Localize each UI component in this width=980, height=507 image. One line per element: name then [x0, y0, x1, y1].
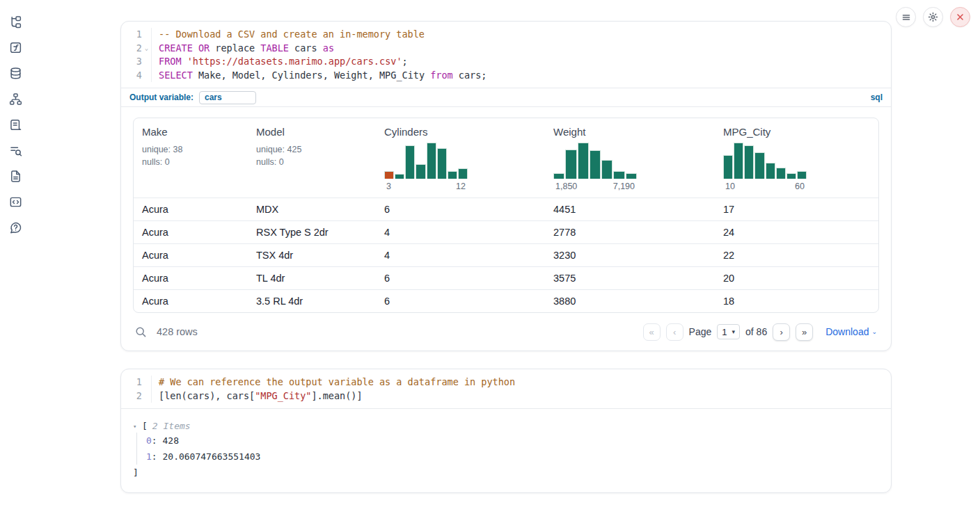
- table-cell: MDX: [248, 204, 376, 215]
- fold-chevron-icon: [142, 28, 151, 42]
- notebook-menu-button[interactable]: [896, 7, 916, 27]
- page-label: Page: [689, 326, 712, 337]
- scratchpad-icon[interactable]: [9, 118, 22, 131]
- line-number: 3: [127, 55, 142, 69]
- tree-close-bracket: ]: [133, 466, 880, 480]
- hist-bar: [766, 163, 775, 179]
- output-variable-bar: Output variable: sql: [121, 88, 891, 106]
- hist-bar: [578, 143, 589, 179]
- tree-entry-value: 428: [162, 435, 178, 446]
- column-header-model[interactable]: Model unique: 425 nulls: 0: [248, 118, 376, 198]
- table-cell: 4451: [545, 204, 715, 215]
- column-header-cylinders[interactable]: Cylinders 3 12: [376, 118, 545, 198]
- table-row: AcuraMDX6445117: [134, 198, 878, 220]
- shutdown-button[interactable]: [950, 7, 970, 27]
- search-icon[interactable]: [135, 326, 147, 338]
- mpg-max-label: 60: [795, 182, 805, 191]
- documentation-icon[interactable]: [9, 170, 22, 183]
- hist-bar: [458, 168, 468, 179]
- language-badge: sql: [871, 92, 883, 102]
- download-label: Download: [825, 326, 869, 337]
- sql-code-editor[interactable]: 1-- Download a CSV and create an in-memo…: [121, 22, 891, 88]
- next-page-button[interactable]: ›: [773, 323, 790, 341]
- cylinders-max-label: 12: [456, 182, 466, 191]
- table-cell: 3230: [545, 250, 715, 261]
- close-icon: [956, 13, 965, 22]
- sql-cell: 1-- Download a CSV and create an in-memo…: [120, 21, 892, 351]
- table-cell: Acura: [134, 296, 248, 307]
- table-footer: 428 rows « ‹ Page 1 ▾ of 86 › » Download…: [133, 322, 879, 341]
- table-cell: 3.5 RL 4dr: [248, 296, 376, 307]
- sql-cell-output: Make unique: 38 nulls: 0 Model unique: 4…: [121, 106, 891, 351]
- line-number: 1: [127, 376, 142, 389]
- fold-chevron-icon: [142, 376, 151, 389]
- fold-chevron-icon: [142, 55, 151, 69]
- weight-histogram: [553, 143, 637, 179]
- download-button[interactable]: Download ⌄: [825, 326, 877, 337]
- hamburger-icon: [901, 13, 911, 22]
- hist-bar: [395, 174, 404, 179]
- fold-chevron-icon: [142, 69, 151, 83]
- datasources-icon[interactable]: [9, 67, 22, 80]
- tree-entry-key: 0: [146, 435, 152, 446]
- table-cell: 24: [715, 227, 878, 238]
- output-variable-label: Output variable:: [129, 92, 193, 102]
- help-icon[interactable]: [9, 221, 22, 234]
- hist-bar: [626, 173, 637, 179]
- column-header-make[interactable]: Make unique: 38 nulls: 0: [134, 118, 248, 198]
- first-page-button[interactable]: «: [643, 323, 661, 341]
- python-code-editor[interactable]: 1# We can reference the output variable …: [121, 369, 891, 408]
- topbar-controls: [896, 7, 970, 27]
- row-count: 428 rows: [157, 326, 198, 337]
- table-cell: 4: [376, 250, 545, 261]
- output-variable-input[interactable]: [199, 91, 256, 104]
- chevron-down-icon: ▾: [732, 328, 736, 335]
- table-cell: Acura: [134, 273, 248, 284]
- table-cell: 3575: [545, 273, 715, 284]
- tree-items-count: 2 Items: [152, 421, 191, 431]
- last-page-button[interactable]: »: [796, 323, 813, 341]
- line-number: 2: [127, 389, 142, 403]
- table-cell: 3880: [545, 296, 715, 307]
- hist-bar: [601, 160, 612, 179]
- table-cell: TL 4dr: [248, 273, 376, 284]
- dependency-graph-icon[interactable]: [9, 92, 22, 106]
- column-header-mpg-city[interactable]: MPG_City 10 60: [715, 118, 878, 198]
- tree-entry-value: 20.060747663551403: [162, 451, 260, 462]
- column-header-weight[interactable]: Weight 1,850 7,190: [545, 118, 715, 198]
- table-cell: RSX Type S 2dr: [248, 227, 376, 238]
- snippets-icon[interactable]: [9, 195, 22, 209]
- table-cell: 17: [715, 204, 878, 215]
- settings-button[interactable]: [923, 7, 943, 27]
- make-nulls-stat: nulls: 0: [142, 156, 239, 168]
- make-unique-stat: unique: 38: [142, 144, 239, 156]
- gear-icon: [928, 12, 938, 22]
- tree-entry: 0: 428: [146, 433, 880, 449]
- marimo-notebook-page: 1-- Download a CSV and create an in-memo…: [0, 0, 980, 507]
- prev-page-button[interactable]: ‹: [666, 323, 683, 341]
- fold-chevron-icon[interactable]: ⌄: [142, 42, 151, 56]
- line-number: 1: [127, 28, 142, 42]
- table-row: AcuraTL 4dr6357520: [134, 266, 878, 289]
- logs-icon[interactable]: [9, 144, 22, 157]
- table-cell: 18: [715, 296, 878, 307]
- tree-collapse-icon[interactable]: ▾: [133, 423, 142, 430]
- cylinders-histogram: [384, 143, 468, 179]
- fold-chevron-icon: [142, 389, 151, 403]
- hist-bar: [427, 143, 436, 179]
- table-cell: 20: [715, 273, 878, 284]
- tree-entry-key: 1: [146, 451, 152, 462]
- page-select[interactable]: 1 ▾: [717, 324, 740, 339]
- tree-open-bracket: [: [142, 421, 148, 431]
- weight-min-label: 1,850: [555, 182, 577, 191]
- hist-bar: [590, 150, 601, 179]
- table-cell: 2778: [545, 227, 715, 238]
- table-cell: Acura: [134, 250, 248, 261]
- variables-icon[interactable]: [9, 41, 22, 54]
- hist-bar: [723, 155, 733, 179]
- hist-bar: [553, 173, 564, 179]
- python-cell-output: ▾ [ 2 Items 0: 428 1: 20.060747663551403…: [121, 408, 891, 492]
- file-explorer-icon[interactable]: [9, 15, 22, 29]
- hist-bar: [734, 143, 743, 179]
- table-cell: 6: [376, 204, 545, 215]
